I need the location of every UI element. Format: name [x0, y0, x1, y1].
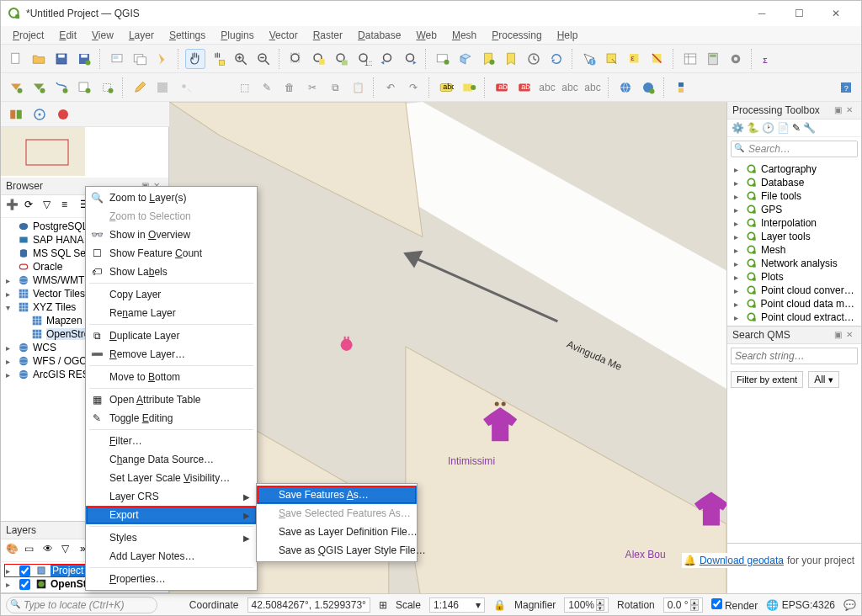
delete-button[interactable]: 🗑 [279, 77, 300, 98]
qms-search-button[interactable] [615, 77, 636, 98]
zoom-in-button[interactable] [231, 49, 251, 69]
label-button[interactable]: abc [436, 77, 456, 98]
layer-visibility-icon[interactable]: 👁 [43, 543, 58, 558]
processing-group[interactable]: ▸Plots [731, 270, 858, 284]
redo-button[interactable]: ↷ [403, 77, 423, 98]
processing-python-icon[interactable]: 🐍 [747, 122, 759, 134]
open-attribute-table-button[interactable] [680, 49, 700, 69]
rotate-label-button[interactable]: abc [583, 77, 603, 98]
panel-float-icon[interactable]: ▣ [834, 105, 844, 115]
layer-add-group-icon[interactable]: ▭ [24, 543, 40, 558]
locator-input[interactable]: Type to locate (Ctrl+K) [6, 597, 157, 613]
pin-label-button[interactable]: abc [514, 77, 535, 98]
add-vector-layer-button[interactable] [6, 77, 26, 98]
save-project-as-button[interactable] [74, 49, 94, 69]
new-virtual-layer-button[interactable] [97, 77, 117, 98]
ctx-remove-layer-[interactable]: ➖Remove Layer… [86, 345, 257, 364]
magnifier-field[interactable]: 100%▴▾ [564, 597, 609, 613]
data-source-manager-button[interactable] [6, 104, 26, 125]
layer-style-icon[interactable]: 🎨 [6, 543, 21, 558]
pan-to-selection-button[interactable] [208, 49, 228, 69]
extents-icon[interactable]: ⊞ [379, 599, 387, 611]
menu-web[interactable]: Web [409, 28, 443, 43]
maximize-button[interactable]: ☐ [780, 2, 817, 25]
diagram-button[interactable] [459, 77, 479, 98]
menu-mesh[interactable]: Mesh [445, 28, 483, 43]
add-feature-button[interactable] [175, 77, 195, 98]
zoom-full-button[interactable] [286, 49, 306, 69]
processing-group[interactable]: ▸Interpolation [731, 216, 858, 230]
menu-settings[interactable]: Settings [162, 28, 212, 43]
processing-group[interactable]: ▸Network analysis [731, 257, 858, 270]
copy-button[interactable]: ⧉ [325, 77, 345, 98]
zoom-to-layer-button[interactable] [332, 49, 352, 69]
scale-field[interactable]: 1:146▾ [429, 597, 485, 613]
processing-tree[interactable]: ▸Cartography▸Database▸File tools▸GPS▸Int… [727, 161, 861, 326]
processing-group[interactable]: ▸File tools [731, 189, 858, 203]
select-by-value-button[interactable]: ε [625, 49, 645, 69]
cut-button[interactable]: ✂ [302, 77, 322, 98]
add-layer-icon[interactable]: ➕ [6, 199, 21, 214]
undo-button[interactable]: ↶ [380, 77, 401, 98]
processing-group[interactable]: ▸Database [731, 176, 858, 189]
temporal-button[interactable] [524, 49, 544, 69]
paste-button[interactable]: 📋 [348, 77, 368, 98]
menu-help[interactable]: Help [551, 28, 585, 43]
ctx-show-feature-count[interactable]: ☐Show Feature Count [86, 244, 257, 263]
show-labels-button[interactable]: abc [537, 77, 557, 98]
deselect-button[interactable] [647, 49, 668, 69]
modify-button[interactable]: ✎ [257, 77, 277, 98]
highlight-label-button[interactable]: abc [492, 77, 512, 98]
show-bookmarks-button[interactable] [501, 49, 521, 69]
zoom-to-selection-button[interactable] [309, 49, 329, 69]
processing-results-icon[interactable]: 📄 [777, 122, 790, 134]
messages-icon[interactable]: 💬 [843, 599, 856, 611]
map-tips-button[interactable] [53, 104, 73, 125]
coordinate-field[interactable]: 42.5084267°, 1.5299373° [247, 597, 370, 613]
processing-gear-icon[interactable]: ⚙️ [732, 122, 744, 134]
zoom-native-button[interactable]: 1:1 [354, 49, 375, 69]
menu-raster[interactable]: Raster [306, 28, 349, 43]
processing-group[interactable]: ▸GPS [731, 203, 858, 216]
close-button[interactable]: ✕ [817, 2, 854, 25]
export-save-as-qgis-layer-style-file-[interactable]: Save as QGIS Layer Style File… [257, 541, 417, 560]
processing-model-icon[interactable]: ✎ [792, 122, 801, 134]
lock-scale-icon[interactable]: 🔒 [493, 599, 506, 611]
ctx-export[interactable]: Export▶ [86, 506, 257, 524]
panel-close-icon[interactable]: ✕ [846, 330, 856, 340]
new-shapefile-button[interactable] [51, 77, 72, 98]
zoom-out-button[interactable] [253, 49, 274, 69]
download-geodata-link[interactable]: Download geodata [700, 555, 784, 566]
layout-manager-button[interactable] [130, 49, 150, 69]
new-spatialite-button[interactable] [74, 77, 94, 98]
processing-group[interactable]: ▸Point cloud data m… [731, 297, 858, 311]
panel-close-icon[interactable]: ✕ [846, 105, 856, 115]
ctx-filter-[interactable]: Filter… [86, 432, 257, 450]
statistics-button[interactable]: Σ [758, 49, 779, 69]
minimize-button[interactable]: ─ [743, 2, 780, 25]
ctx-move-to-bottom[interactable]: Move to Bottom [86, 368, 257, 386]
ctx-properties-[interactable]: Properties… [86, 570, 257, 588]
ctx-show-in-overview[interactable]: 👓Show in Overview [86, 226, 257, 244]
identify-button[interactable]: i [579, 49, 599, 69]
menu-edit[interactable]: Edit [52, 28, 83, 43]
crs-button[interactable]: 🌐 EPSG:4326 [766, 599, 835, 611]
zoom-next-button[interactable] [400, 49, 420, 69]
menu-layer[interactable]: Layer [122, 28, 161, 43]
refresh-icon[interactable]: ⟳ [24, 199, 40, 214]
refresh-button[interactable] [546, 49, 567, 69]
ctx-set-layer-scale-visibility-[interactable]: Set Layer Scale Visibility… [86, 469, 257, 487]
menu-project[interactable]: Project [6, 28, 51, 43]
ctx-open-attribute-table[interactable]: ▦Open Attribute Table [86, 390, 257, 409]
ctx-change-data-source-[interactable]: Change Data Source… [86, 450, 257, 469]
render-checkbox[interactable]: Render [711, 598, 758, 612]
ctx-layer-crs[interactable]: Layer CRS▶ [86, 487, 257, 506]
ctx-zoom-to-selection[interactable]: Zoom to Selection [86, 207, 257, 226]
export-save-as-layer-definition-file-[interactable]: Save as Layer Definition File… [257, 523, 417, 541]
ctx-add-layer-notes-[interactable]: Add Layer Notes… [86, 547, 257, 566]
pan-button[interactable] [185, 49, 205, 69]
help-button[interactable]: ? [836, 77, 856, 98]
processing-group[interactable]: ▸Point cloud conver… [731, 284, 858, 297]
processing-group[interactable]: ▸Point cloud extract… [731, 311, 858, 324]
vertex-tool-button[interactable]: ⬚ [234, 77, 254, 98]
